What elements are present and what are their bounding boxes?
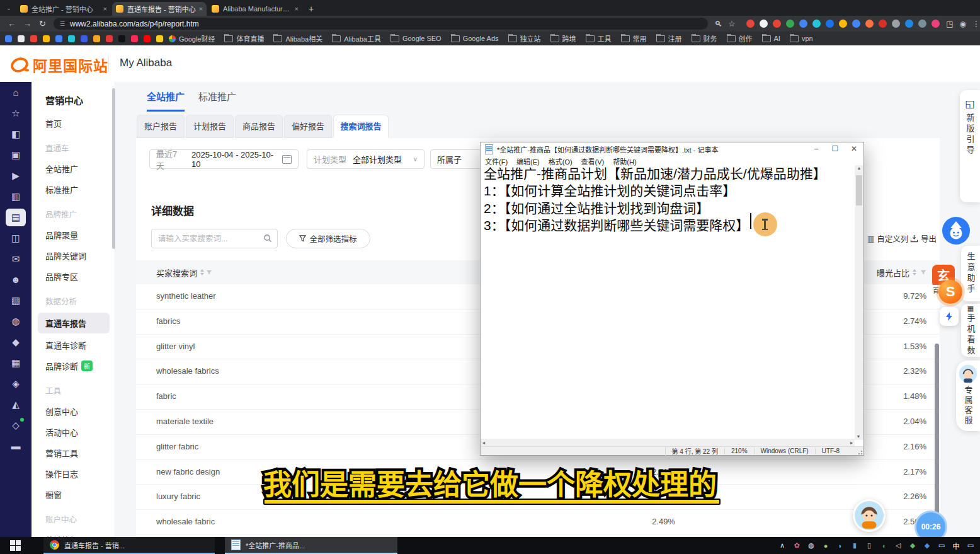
bookmark-favicon[interactable] (30, 35, 37, 42)
search-input[interactable] (151, 229, 278, 248)
tray-sync-icon[interactable]: ◗ (836, 542, 845, 550)
mobile-stats-tab[interactable]: ▦ 手机看数 (961, 304, 980, 357)
bookmark-folder[interactable]: 常用 (621, 33, 647, 43)
url-text[interactable]: www2.alibaba.com/ads/p4p/report.htm (70, 20, 199, 28)
sidebar-item-营销工具[interactable]: 营销工具 (31, 442, 115, 463)
bookmark-folder[interactable]: 财务 (692, 33, 717, 43)
menu-帮助(H)[interactable]: 帮助(H) (608, 156, 641, 165)
customize-columns-button[interactable]: ▥ 自定义列 (862, 233, 908, 245)
extensions-puzzle-icon[interactable]: ◳ (946, 20, 953, 28)
sidebar-item-标准推广[interactable]: 标准推广 (31, 179, 115, 200)
bookmark-favicon[interactable] (118, 35, 125, 42)
rail-clipboard-icon[interactable]: ▧ (6, 292, 26, 309)
tab-搜索词报告[interactable]: 搜索词报告 (333, 115, 389, 138)
rail-star-icon[interactable]: ☆ (6, 105, 26, 122)
sidebar-item-品牌聚量[interactable]: 品牌聚量 (31, 224, 115, 245)
site-info-icon[interactable]: ☰ (60, 21, 65, 27)
tray-phone-icon[interactable]: ▮ (850, 541, 859, 550)
maximize-button[interactable]: ☐ (826, 142, 845, 156)
taskbar-chrome-button[interactable]: 直通车报告 - 营销... (43, 537, 215, 554)
menu-格式(O)[interactable]: 格式(O) (544, 156, 577, 165)
rail-message-icon[interactable]: ✉ (6, 250, 26, 268)
bookmark-folder[interactable]: Alibaba工具 (332, 33, 381, 43)
date-range-picker[interactable]: 最近7天 2025-10-04 - 2025-10-10 (149, 149, 299, 169)
url-bar[interactable]: ☰ www2.alibaba.com/ads/p4p/report.htm (54, 18, 709, 30)
browser-menu-icon[interactable]: ⋮ (972, 20, 980, 28)
rail-ad-report-icon[interactable]: ▤ (6, 209, 26, 226)
bookmark-favicon[interactable] (131, 35, 138, 42)
sidebar-item-活动中心[interactable]: 活动中心 (31, 422, 115, 442)
bookmark-star-icon[interactable]: ☆ (728, 20, 735, 28)
notepad-vertical-scrollbar[interactable]: ▴▾ (855, 165, 863, 440)
rail-briefcase-icon[interactable]: ▬ (6, 437, 26, 455)
column-filter-icon[interactable] (920, 269, 926, 275)
assistant-wizard-icon[interactable] (942, 217, 970, 245)
alibaba-logo[interactable]: 阿里国际站 (10, 54, 108, 76)
new-tab-button[interactable]: + (309, 4, 314, 14)
rail-shop-icon[interactable]: ◧ (6, 125, 26, 143)
filter-metrics-button[interactable]: 全部筛选指标 (286, 229, 370, 248)
extension-icon[interactable] (826, 20, 834, 28)
rail-growth-icon[interactable]: ◭ (6, 396, 26, 413)
tray-mic-icon[interactable]: ◍ (807, 541, 816, 550)
extension-icon[interactable] (905, 20, 913, 28)
tray-leaf-icon[interactable]: ◖ (879, 542, 888, 550)
tab-close-icon[interactable]: × (103, 5, 107, 13)
browser-tab[interactable]: 全站推广 - 营销中心× (16, 2, 111, 16)
rail-ticket-icon[interactable]: ◫ (6, 229, 26, 247)
taskbar-notepad-button[interactable]: *全站推广-推商品... (225, 537, 397, 554)
plan-type-select[interactable]: 计划类型 全部计划类型 ∨ (307, 149, 424, 169)
bookmark-favicon[interactable] (5, 35, 12, 42)
bookmark-folder[interactable]: Alibaba相关 (273, 33, 322, 43)
tray-clipboard-icon[interactable]: ▯ (865, 541, 874, 550)
notepad-scrollbar-thumb[interactable] (856, 175, 862, 205)
sidebar-item-直通车报告[interactable]: 直通车报告 (38, 313, 110, 333)
back-icon[interactable]: ← (8, 19, 16, 28)
browser-tab[interactable]: Alibaba Manufacturer Direct× (208, 2, 302, 16)
bookmark-favicon[interactable] (93, 35, 100, 42)
tab-偏好报告[interactable]: 偏好报告 (284, 115, 332, 138)
resize-grip[interactable] (855, 447, 863, 455)
rail-product-box-icon[interactable]: ▣ (6, 146, 26, 164)
customer-service-avatar[interactable] (853, 499, 886, 532)
extension-icon[interactable] (852, 20, 860, 28)
browser-tab[interactable]: 直通车报告 - 营销中心× (112, 2, 207, 16)
tab-商品报告[interactable]: 商品报告 (235, 115, 283, 138)
bookmark-folder[interactable]: Google SEO (390, 35, 442, 42)
extension-icon[interactable] (839, 20, 847, 28)
tray-display-icon[interactable]: ▭ (937, 541, 946, 550)
sidebar-item-品牌专区[interactable]: 品牌专区 (31, 266, 115, 287)
rail-customers-icon[interactable]: ☻ (6, 271, 26, 289)
bookmark-folder[interactable]: 独立站 (508, 33, 541, 43)
extension-icon[interactable] (918, 20, 926, 28)
rail-globe-icon[interactable]: ◍ (6, 313, 26, 330)
quick-action-icon[interactable] (940, 307, 959, 326)
tray-ime-icon[interactable]: 中 (952, 541, 960, 551)
extension-icon[interactable] (932, 20, 940, 28)
tray-notification-icon[interactable]: ▭ (966, 541, 975, 550)
notepad-text-area[interactable]: 全站推广-推商品计划【新品加速/潜力品成长/优爆品助推】1：【如何计算全站推计划… (481, 165, 855, 440)
tray-security-icon[interactable]: ◆ (908, 541, 917, 550)
tray-app-icon[interactable]: ✿ (792, 541, 801, 550)
tray-defender-icon[interactable]: ◆ (923, 541, 932, 550)
tab-close-icon[interactable]: × (199, 5, 203, 13)
bookmark-folder[interactable]: 注册 (656, 33, 682, 43)
tab-close-icon[interactable]: × (295, 5, 299, 13)
content-scrollbar[interactable] (935, 343, 939, 533)
export-button[interactable]: 导出 (910, 233, 937, 245)
rail-sparkle-icon[interactable]: ◇ (6, 417, 26, 434)
close-button[interactable]: ✕ (845, 142, 863, 156)
bookmark-favicon[interactable] (144, 35, 151, 42)
reload-icon[interactable]: ↻ (39, 19, 46, 28)
start-button[interactable] (10, 540, 21, 551)
extension-icon[interactable] (865, 20, 874, 28)
rail-database-icon[interactable]: ▦ (6, 354, 26, 372)
sort-icon[interactable] (913, 269, 916, 275)
notepad-window[interactable]: *全站推广-推商品【如何通过数据判断哪些关键词需要降权】.txt - 记事本 –… (480, 142, 864, 456)
forward-icon[interactable]: → (23, 19, 31, 28)
find-icon[interactable]: 🔍︎ (714, 20, 722, 28)
extension-icon[interactable] (746, 20, 755, 28)
rail-bag-icon[interactable]: ◆ (6, 333, 26, 351)
rail-shield-icon[interactable]: ◈ (6, 375, 26, 393)
bookmark-favicon[interactable] (106, 35, 113, 42)
